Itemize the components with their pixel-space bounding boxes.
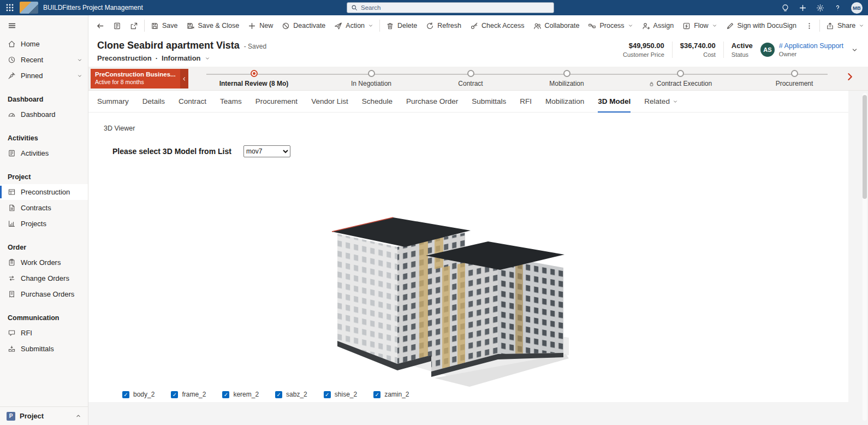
new-button[interactable]: New <box>243 17 277 34</box>
action-button[interactable]: Action <box>330 17 378 34</box>
sidebar-item-home[interactable]: Home <box>0 36 88 52</box>
sidebar-item-work-orders[interactable]: Work Orders <box>0 255 88 270</box>
process-icon <box>588 22 596 30</box>
area-switcher[interactable]: P Project <box>0 406 88 425</box>
docusign-button[interactable]: Sign with DocuSign <box>722 17 801 34</box>
tab-schedule[interactable]: Schedule <box>362 91 393 112</box>
save-close-button[interactable]: Save & Close <box>182 17 244 34</box>
tab-contract[interactable]: Contract <box>179 91 206 112</box>
refresh-button[interactable]: Refresh <box>421 17 466 34</box>
global-search-box[interactable] <box>347 2 554 13</box>
sidebar-item-label: Projects <box>21 220 46 228</box>
command-label: Flow <box>694 22 708 29</box>
tab-label: Details <box>142 97 165 105</box>
layer-checkbox-shise_2[interactable]: ✓ <box>324 391 331 398</box>
chevron-down-icon <box>851 46 858 54</box>
stage-label: Mobilization <box>549 80 584 87</box>
user-avatar[interactable]: MB <box>851 2 863 14</box>
command-label: Deactivate <box>293 22 325 29</box>
cost-field: $36,740.00Cost <box>680 42 716 58</box>
customer-price-label: Customer Price <box>623 51 664 58</box>
tab-teams[interactable]: Teams <box>220 91 242 112</box>
bpf-stage-in-negotiation[interactable]: In Negotiation <box>314 70 429 87</box>
bpf-stage-mobilization[interactable]: Mobilization <box>509 70 624 87</box>
clock-icon <box>8 56 16 64</box>
sidebar-item-recent[interactable]: Recent <box>0 52 88 68</box>
sidebar-item-projects[interactable]: Projects <box>0 216 88 232</box>
lightbulb-icon[interactable] <box>781 4 789 12</box>
form-selector-button[interactable] <box>109 17 126 34</box>
tab-summary[interactable]: Summary <box>97 91 129 112</box>
scrollbar-thumb[interactable] <box>863 95 867 199</box>
bpf-collapse-button[interactable] <box>180 69 188 88</box>
sitemap-toggle-button[interactable] <box>0 15 88 36</box>
layer-item: ✓shise_2 <box>324 391 357 398</box>
help-icon[interactable] <box>834 4 842 12</box>
vertical-scrollbar[interactable] <box>863 93 867 421</box>
tab-rfi[interactable]: RFI <box>520 91 532 112</box>
layer-checkbox-zamin_2[interactable]: ✓ <box>373 391 381 398</box>
flow-button[interactable]: Flow <box>678 17 721 34</box>
sidebar-item-rfi[interactable]: RFI <box>0 325 88 341</box>
share-button[interactable]: Share <box>822 17 868 34</box>
tab-label: Schedule <box>362 97 393 105</box>
tab-related[interactable]: Related <box>644 91 678 112</box>
plus-icon[interactable] <box>799 4 807 12</box>
check-access-button[interactable]: Check Access <box>466 17 529 34</box>
stage-label: Contract <box>458 80 483 87</box>
tab-submittals[interactable]: Submittals <box>472 91 506 112</box>
top-nav-bar: BUILDFitters Project Management MB <box>0 0 868 15</box>
tab-3d-model[interactable]: 3D Model <box>598 91 631 112</box>
sidebar-nav: Home Recent Pinned Dashboard Dashboard A… <box>0 36 88 406</box>
sidebar-item-label: Purchase Orders <box>21 290 74 298</box>
command-label: Save & Close <box>198 22 240 29</box>
deactivate-button[interactable]: Deactivate <box>277 17 330 34</box>
chevron-down-icon <box>77 73 82 79</box>
bpf-stage-contract-execution[interactable]: Contract Execution <box>623 70 738 87</box>
3d-model-viewport[interactable] <box>328 215 569 389</box>
sidebar-item-preconstruction[interactable]: Preconstruction <box>0 184 88 200</box>
layer-checkbox-sabz_2[interactable]: ✓ <box>275 391 282 398</box>
save-button[interactable]: Save <box>146 17 182 34</box>
sidebar-item-submittals[interactable]: Submittals <box>0 341 88 357</box>
app-title: BUILDFitters Project Management <box>43 4 143 11</box>
tab-label: RFI <box>520 97 532 105</box>
sidebar-item-label: Work Orders <box>21 258 61 267</box>
process-button[interactable]: Process <box>584 17 637 34</box>
form-name[interactable]: Information <box>162 54 201 62</box>
assign-button[interactable]: Assign <box>638 17 679 34</box>
sidebar-item-pinned[interactable]: Pinned <box>0 68 88 84</box>
popout-button[interactable] <box>126 17 142 34</box>
tab-purchase-order[interactable]: Purchase Order <box>406 91 458 112</box>
tab-procurement[interactable]: Procurement <box>255 91 298 112</box>
collaborate-button[interactable]: Collaborate <box>529 17 584 34</box>
model-select[interactable]: mov7 <box>243 145 290 157</box>
delete-button[interactable]: Delete <box>382 17 421 34</box>
tab-details[interactable]: Details <box>142 91 165 112</box>
gear-icon[interactable] <box>816 4 824 12</box>
sidebar-item-purchase-orders[interactable]: Purchase Orders <box>0 286 88 302</box>
bpf-active-stage-chip[interactable]: PreConstruction Busines... Active for 8 … <box>91 69 180 88</box>
layer-label: body_2 <box>133 391 154 398</box>
owner-link[interactable]: # Application Support <box>779 42 843 50</box>
sidebar-item-label: Home <box>21 40 40 48</box>
tab-mobilization[interactable]: Mobilization <box>545 91 584 112</box>
waffle-icon[interactable] <box>5 3 14 12</box>
overflow-button[interactable] <box>801 17 818 34</box>
layer-checkbox-body_2[interactable]: ✓ <box>122 391 129 398</box>
sidebar-item-contracts[interactable]: Contracts <box>0 200 88 216</box>
layer-checkbox-kerem_2[interactable]: ✓ <box>222 391 229 398</box>
tab-vendor-list[interactable]: Vendor List <box>311 91 348 112</box>
sidebar-item-dashboard[interactable]: Dashboard <box>0 107 88 122</box>
sidebar-item-activities[interactable]: Activities <box>0 145 88 161</box>
back-button[interactable] <box>92 17 109 34</box>
bpf-stage-procurement[interactable]: Procurement <box>737 70 852 87</box>
layer-checkbox-frame_2[interactable]: ✓ <box>171 391 178 398</box>
chevron-down-icon <box>673 99 678 104</box>
header-expand-button[interactable] <box>851 46 858 54</box>
bpf-stage-internal-review[interactable]: Internal Review (8 Mo) <box>197 70 311 87</box>
bpf-next-stage-button[interactable] <box>845 72 855 82</box>
topbar-actions: MB <box>781 2 863 14</box>
sidebar-item-change-orders[interactable]: Change Orders <box>0 270 88 286</box>
search-input[interactable] <box>361 4 550 11</box>
